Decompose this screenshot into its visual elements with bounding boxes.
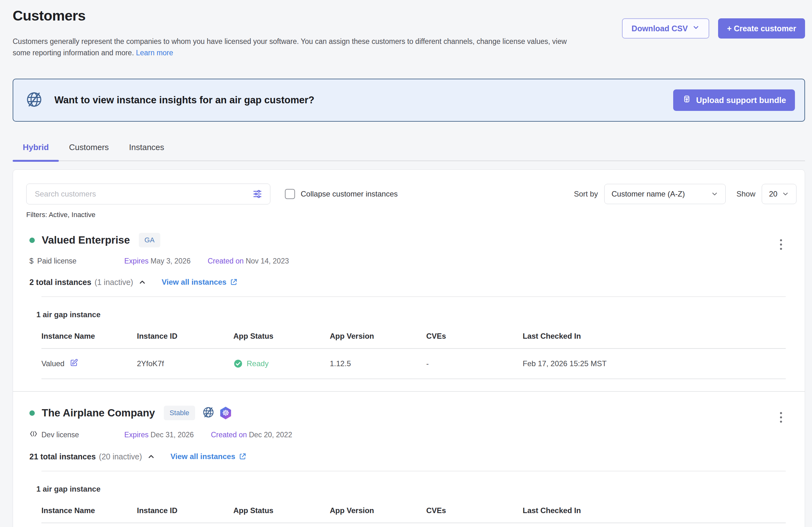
- expires-value: Dec 31, 2026: [150, 431, 194, 439]
- airgap-instance-table: Instance Name Instance ID App Status App…: [41, 506, 786, 523]
- collapse-instances-control[interactable]: Collapse customer instances: [285, 189, 398, 199]
- instance-name-cell: Valued: [41, 358, 137, 369]
- created-field: Created on Dec 20, 2022: [211, 431, 292, 439]
- expires-field: Expires May 3, 2026: [124, 257, 191, 266]
- description-text: Customers generally represent the compan…: [13, 37, 567, 57]
- kebab-menu-icon[interactable]: [776, 238, 786, 253]
- tab-customers[interactable]: Customers: [59, 142, 119, 161]
- download-csv-button[interactable]: Download CSV: [622, 18, 709, 39]
- paid-license-icon: $: [29, 257, 33, 266]
- chevron-down-icon: [692, 24, 700, 33]
- col-cves: CVEs: [426, 506, 523, 515]
- license-type: $ Paid license: [29, 257, 124, 266]
- view-all-instances-label: View all instances: [171, 452, 235, 461]
- airgap-instances-heading: 1 air gap instance: [37, 310, 797, 319]
- sort-by-select[interactable]: Customer name (A-Z): [604, 184, 726, 204]
- customer-name[interactable]: The Airplane Company: [42, 407, 155, 419]
- customer-valued-enterprise: Valued Enterprise GA $ Paid license Expi…: [26, 233, 797, 392]
- instance-name: Valued: [41, 359, 64, 368]
- channel-badge: GA: [139, 233, 160, 247]
- upload-icon: [682, 94, 692, 106]
- divider: [41, 296, 786, 297]
- banner-title: Want to view instance insights for an ai…: [54, 94, 673, 106]
- filter-sliders-icon[interactable]: [252, 189, 263, 201]
- col-instance-name: Instance Name: [41, 506, 137, 515]
- table-header-row: Instance Name Instance ID App Status App…: [41, 506, 786, 523]
- tab-bar: Hybrid Customers Instances: [13, 142, 805, 161]
- instances-summary: 2 total instances (1 inactive) View all …: [29, 277, 797, 287]
- tab-hybrid[interactable]: Hybrid: [13, 142, 59, 161]
- external-link-icon: [230, 278, 238, 286]
- edit-icon[interactable]: [70, 358, 78, 369]
- collapse-instances-checkbox[interactable]: [285, 189, 295, 199]
- upload-support-bundle-button[interactable]: Upload support bundle: [673, 89, 795, 111]
- check-circle-icon: [233, 359, 243, 368]
- inactive-count: (20 inactive): [99, 452, 142, 461]
- instance-id-cell: 2YfoK7f: [137, 359, 233, 368]
- show-count-select[interactable]: 20: [762, 184, 797, 204]
- col-cves: CVEs: [426, 332, 523, 341]
- app-version-cell: 1.12.5: [330, 359, 426, 368]
- active-status-dot: [29, 410, 35, 416]
- dev-license-icon: [29, 430, 38, 440]
- app-status-cell: Ready: [233, 359, 330, 368]
- upload-support-bundle-label: Upload support bundle: [696, 95, 786, 105]
- learn-more-link[interactable]: Learn more: [136, 49, 173, 57]
- chevron-up-icon[interactable]: [147, 452, 155, 462]
- active-status-dot: [29, 238, 35, 243]
- expires-field: Expires Dec 31, 2026: [124, 431, 194, 439]
- col-app-version: App Version: [330, 506, 426, 515]
- divider: [41, 471, 786, 471]
- col-last-checked-in: Last Checked In: [523, 506, 786, 515]
- create-customer-label: + Create customer: [727, 24, 796, 33]
- show-count-value: 20: [769, 190, 778, 198]
- tab-instances[interactable]: Instances: [119, 142, 174, 161]
- customers-card: Collapse customer instances Sort by Cust…: [13, 169, 805, 527]
- channel-badge: Stable: [164, 406, 195, 420]
- customer-the-airplane-company: The Airplane Company Stable ☸: [26, 406, 797, 523]
- kebab-menu-icon[interactable]: [776, 411, 786, 425]
- col-app-version: App Version: [330, 332, 426, 341]
- col-instance-name: Instance Name: [41, 332, 137, 341]
- customer-header: The Airplane Company Stable ☸: [26, 406, 797, 420]
- total-instances: 21 total instances: [29, 452, 96, 461]
- chevron-up-icon[interactable]: [138, 278, 146, 287]
- license-type-label: Paid license: [37, 257, 76, 266]
- inactive-count: (1 inactive): [95, 278, 133, 287]
- search-wrap: [26, 184, 270, 205]
- page-header: Customers Customers generally represent …: [13, 7, 805, 58]
- customer-separator: [13, 391, 805, 392]
- created-label: Created on: [211, 431, 247, 439]
- chevron-down-icon: [711, 190, 719, 198]
- external-link-icon: [238, 452, 247, 461]
- sort-by-value: Customer name (A-Z): [611, 190, 685, 198]
- airgap-banner: Want to view instance insights for an ai…: [13, 79, 805, 122]
- globe-slash-icon: [25, 91, 43, 110]
- expires-value: May 3, 2026: [150, 257, 191, 265]
- create-customer-button[interactable]: + Create customer: [718, 18, 805, 39]
- airgap-instance-table: Instance Name Instance ID App Status App…: [41, 332, 786, 379]
- page-description: Customers generally represent the compan…: [13, 36, 579, 58]
- total-instances: 2 total instances: [29, 278, 91, 287]
- search-input[interactable]: [26, 184, 270, 205]
- created-field: Created on Nov 14, 2023: [208, 257, 289, 266]
- col-app-status: App Status: [233, 506, 330, 515]
- download-csv-label: Download CSV: [632, 24, 688, 33]
- view-all-instances-link[interactable]: View all instances: [162, 278, 238, 287]
- sort-by-label: Sort by: [574, 190, 598, 198]
- created-value: Nov 14, 2023: [246, 257, 289, 265]
- col-instance-id: Instance ID: [137, 332, 233, 341]
- cves-cell: -: [426, 359, 523, 368]
- airgap-instances-heading: 1 air gap instance: [37, 485, 797, 494]
- app-status-value: Ready: [247, 359, 269, 368]
- table-row: Valued 2YfoK7f Ready 1.12.5 - Feb 17, 20…: [41, 349, 786, 379]
- customer-header: Valued Enterprise GA: [26, 233, 797, 247]
- license-type-label: Dev license: [41, 431, 79, 439]
- last-checked-in-cell: Feb 17, 2026 15:25 MST: [523, 359, 786, 368]
- globe-slash-icon: [202, 406, 215, 420]
- collapse-instances-label: Collapse customer instances: [301, 190, 398, 198]
- created-label: Created on: [208, 257, 244, 265]
- customer-name[interactable]: Valued Enterprise: [42, 234, 130, 246]
- show-label: Show: [736, 190, 755, 198]
- view-all-instances-link[interactable]: View all instances: [171, 452, 247, 461]
